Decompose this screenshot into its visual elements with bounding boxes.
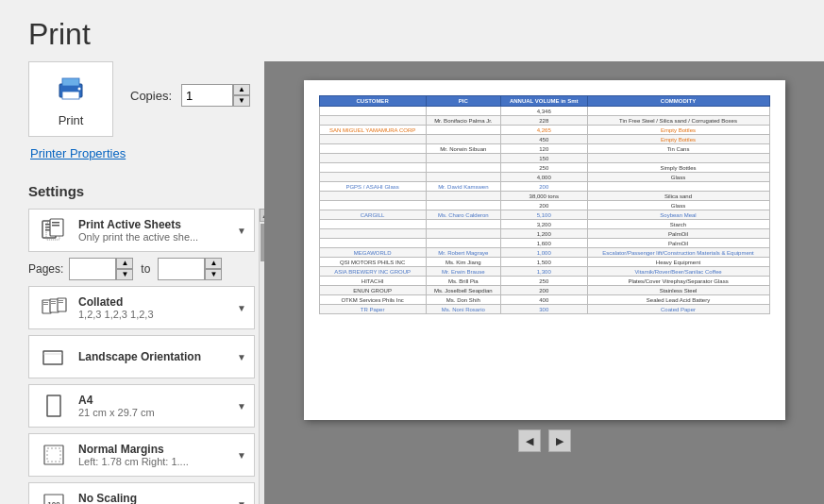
setting-orientation-arrow: ▼ [237,352,246,362]
col-header-customer: CUSTOMER [319,96,426,107]
table-row: 200Glass [319,201,769,210]
print-btn-label: Print [59,113,84,127]
preview-table: CUSTOMER PIC ANNUAL VOLUME in Smt COMMOD… [319,95,770,314]
setting-collated[interactable]: Collated 1,2,3 1,2,3 1,2,3 ▼ [28,286,255,329]
copies-input[interactable] [181,84,233,107]
margins-icon [37,440,71,470]
pages-from-up[interactable]: ▲ [116,258,133,269]
svg-rect-17 [51,303,56,304]
paper-icon [37,391,71,421]
table-row: 3,200Starch [319,220,769,229]
table-row: PGPS / ASAHI GlassMr. David Kamswen200 [319,182,769,192]
settings-with-scroll: Print Active Sheets Only print the activ… [28,209,264,504]
svg-rect-21 [43,351,62,364]
preview-table-wrapper: CUSTOMER PIC ANNUAL VOLUME in Smt COMMOD… [319,95,770,405]
settings-title: Settings [28,183,264,199]
setting-margins-text: Normal Margins Left: 1.78 cm Right: 1...… [78,443,233,467]
svg-rect-19 [59,300,63,301]
pages-to-label: to [141,262,150,276]
pages-row: Pages: ▲ ▼ to ▲ [28,258,255,280]
setting-collated-main: Collated [78,295,233,309]
svg-rect-23 [47,395,60,416]
pages-from-down[interactable]: ▼ [116,269,133,280]
landscape-icon [37,342,71,372]
setting-print-sheets[interactable]: Print Active Sheets Only print the activ… [28,209,255,252]
print-button-area: Print Copies: ▲ ▼ Printer Properties [28,61,264,174]
table-row: ASIA BREWERY INC GROUPMr. Erwin Brause1,… [319,267,769,277]
setting-paper-main: A4 [78,394,233,407]
table-row: 450Empty Bottles [319,135,769,144]
setting-print-sheets-text: Print Active Sheets Only print the activ… [78,218,233,243]
svg-point-3 [78,88,81,91]
setting-paper-text: A4 21 cm x 29.7 cm [78,394,233,418]
setting-print-sheets-sub: Only print the active she... [78,231,233,243]
svg-rect-2 [62,92,79,99]
page-title: Print [0,0,824,61]
svg-text:100: 100 [47,500,60,504]
table-row: SAN MIGUEL YAMAMURA CORP4,265Empty Bottl… [319,126,769,135]
setting-paper[interactable]: A4 21 cm x 29.7 cm ▼ [28,384,255,428]
table-row: 1,200PalmOil [319,229,769,239]
svg-rect-13 [43,302,48,303]
table-row: Mr. Norwin Sibuan120Tin Cans [319,144,769,154]
table-row: 4,346 [319,107,769,116]
table-row: QSI MOTORS PHILS INCMs. Kim Jiang1,500He… [319,258,769,267]
scaling-icon: 100 [37,489,71,504]
setting-paper-sub: 21 cm x 29.7 cm [78,407,233,418]
setting-margins-arrow: ▼ [237,450,246,461]
col-header-commodity: COMMODITY [587,96,769,107]
table-row: 150 [319,154,769,163]
settings-panel: Settings [28,183,264,504]
setting-orientation-main: Landscape Orientation [78,350,233,363]
col-header-pic: PIC [426,96,500,107]
setting-scaling-arrow: ▼ [237,499,246,505]
printer-icon [54,71,88,108]
svg-rect-11 [52,225,59,227]
svg-rect-16 [51,301,56,302]
svg-rect-14 [43,304,48,305]
table-row: Mr. Bonifacio Palma Jr.228Tin Free Steel… [319,116,769,126]
copies-row: Copies: ▲ ▼ [130,84,250,107]
pages-to-up[interactable]: ▲ [205,258,222,269]
preview-nav: ◀ ▶ [304,429,785,452]
setting-margins-sub: Left: 1.78 cm Right: 1.... [78,456,233,467]
collate-icon [37,293,71,323]
table-row: ENUN GROUPMs. Joselbell Seapdian200Stain… [319,286,769,295]
setting-collated-text: Collated 1,2,3 1,2,3 1,2,3 [78,295,233,320]
printer-properties-link[interactable]: Printer Properties [30,146,126,160]
copies-input-wrap: ▲ ▼ [181,84,250,107]
svg-rect-9 [50,219,63,236]
setting-scaling-main: No Scaling [78,492,233,504]
table-row: 1,600PalmOil [319,239,769,248]
preview-panel: CUSTOMER PIC ANNUAL VOLUME in Smt COMMOD… [264,61,824,504]
setting-scaling-text: No Scaling Print sheets at their actu... [78,492,233,504]
setting-margins[interactable]: Normal Margins Left: 1.78 cm Right: 1...… [28,433,255,477]
next-page-button[interactable]: ▶ [548,429,571,452]
copies-down-btn[interactable]: ▼ [233,95,250,107]
prev-page-button[interactable]: ◀ [518,429,541,452]
setting-paper-arrow: ▼ [237,401,246,412]
pages-to-input[interactable] [158,258,205,280]
table-row: CARGILLMs. Charo Calderon5,100Soybean Me… [319,210,769,220]
setting-print-sheets-main: Print Active Sheets [78,218,233,231]
svg-rect-20 [59,302,63,303]
setting-print-sheets-arrow: ▼ [237,226,246,236]
pages-to-wrap: ▲ ▼ [158,258,222,280]
preview-container: CUSTOMER PIC ANNUAL VOLUME in Smt COMMOD… [304,80,785,420]
table-row: HITACHIMs. Brill Pia250Plates/Cover Vitr… [319,277,769,286]
copies-up-btn[interactable]: ▲ [233,84,250,95]
print-button[interactable]: Print [28,61,113,137]
setting-orientation-text: Landscape Orientation [78,350,233,363]
table-row: MEGAWORLDMr. Robert Magraye1,000Escalato… [319,248,769,258]
setting-orientation[interactable]: Landscape Orientation ▼ [28,335,255,378]
svg-rect-10 [52,222,59,224]
left-panel: Print Copies: ▲ ▼ Printer Properties Se [0,61,264,504]
setting-margins-main: Normal Margins [78,443,233,456]
setting-scaling[interactable]: 100 No Scaling Print sheets at their act… [28,482,255,504]
copies-spinners: ▲ ▼ [233,84,250,107]
pages-from-spinners: ▲ ▼ [116,258,133,280]
pages-from-input[interactable] [69,258,116,280]
pages-to-down[interactable]: ▼ [205,269,222,280]
pages-from-wrap: ▲ ▼ [69,258,133,280]
table-row: 38,000 tonsSilica sand [319,192,769,201]
